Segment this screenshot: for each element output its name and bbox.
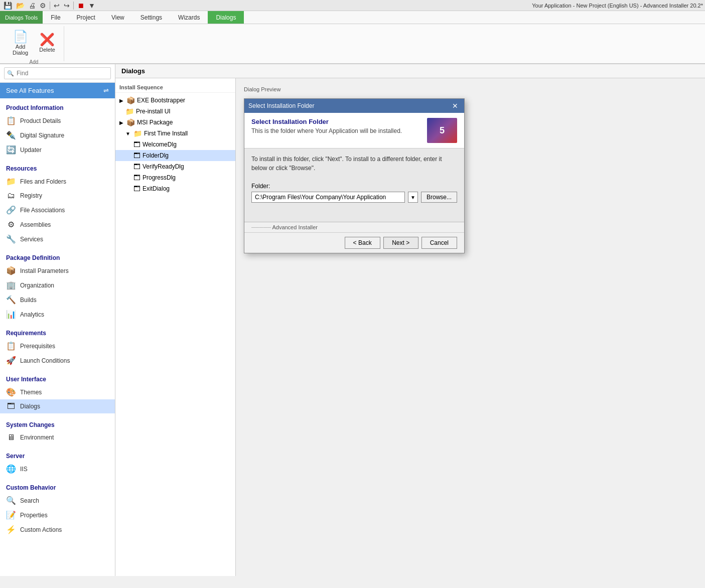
tab-wizards[interactable]: Wizards (170, 11, 208, 24)
nav-label: Registry (20, 192, 42, 199)
tab-dialogs[interactable]: Dialogs (208, 11, 244, 24)
updater-icon: 🔄 (6, 145, 16, 155)
modal-folder-dropdown-btn[interactable]: ▼ (408, 192, 418, 203)
nav-label: Search (20, 497, 39, 504)
modal-dialog: Select Installation Folder ✕ Select Inst… (244, 98, 465, 253)
tree-exit-dialog[interactable]: 🗔 ExitDialog (115, 183, 235, 194)
qa-stop[interactable]: ⏹ (76, 1, 86, 10)
nav-label: Dialogs (20, 403, 40, 410)
nav-builds[interactable]: 🔨 Builds (0, 292, 115, 307)
search-input[interactable] (4, 67, 111, 79)
separator2 (73, 2, 74, 10)
custom-actions-icon: ⚡ (6, 525, 16, 534)
qa-open[interactable]: 📂 (15, 1, 26, 10)
ribbon-tabs: Dialogs Tools File Project View Settings… (0, 11, 705, 24)
tree-toggle-exe[interactable]: ▶ (119, 98, 123, 103)
tree-msi-package[interactable]: ▶ 📦 MSI Package (115, 117, 235, 128)
qa-settings[interactable]: ⚙ (38, 1, 48, 10)
prerequisites-icon: 📋 (6, 341, 16, 351)
tree-verify-ready-dlg[interactable]: 🗔 VerifyReadyDlg (115, 161, 235, 172)
tree-toggle-msi[interactable]: ▶ (119, 120, 123, 125)
nav-iis[interactable]: 🌐 IIS (0, 462, 115, 476)
add-dialog-button[interactable]: 📄 AddDialog (8, 28, 33, 58)
nav-label: Organization (20, 282, 54, 289)
tab-project[interactable]: Project (69, 11, 103, 24)
nav-product-details[interactable]: 📋 Product Details (0, 113, 115, 128)
tree-pre-install-ui[interactable]: 📁 Pre-install UI (115, 106, 235, 117)
nav-file-associations[interactable]: 🔗 File Associations (0, 203, 115, 217)
nav-custom-actions[interactable]: ⚡ Custom Actions (0, 522, 115, 537)
qa-dropdown[interactable]: ▼ (87, 1, 97, 10)
nav-label: File Associations (20, 207, 65, 214)
msi-package-label: MSI Package (137, 119, 173, 126)
environment-icon: 🖥 (6, 433, 16, 442)
analytics-icon: 📊 (6, 310, 16, 319)
modal-close-button[interactable]: ✕ (450, 102, 460, 110)
nav-launch-conditions[interactable]: 🚀 Launch Conditions (0, 353, 115, 368)
quick-access-toolbar: 💾 📂 🖨 ⚙ ↩ ↪ ⏹ ▼ Your Application - New P… (0, 0, 705, 11)
nav-updater[interactable]: 🔄 Updater (0, 142, 115, 157)
organization-icon: 🏢 (6, 280, 16, 290)
tree-progress-dlg[interactable]: 🗔 ProgressDlg (115, 172, 235, 183)
modal-content-text: To install in this folder, click "Next".… (251, 155, 457, 173)
tab-settings[interactable]: Settings (132, 11, 170, 24)
nav-label: Properties (20, 512, 48, 519)
nav-properties[interactable]: 📝 Properties (0, 508, 115, 522)
modal-brand-label: Advanced Installer (272, 224, 318, 230)
nav-label: Prerequisites (20, 343, 55, 350)
nav-section-resources: Resources 📁 Files and Folders 🗂 Registry… (0, 159, 115, 248)
nav-section-ui: User Interface 🎨 Themes 🗔 Dialogs (0, 370, 115, 415)
ribbon-group-items: 📄 AddDialog ❌ Delete (8, 28, 60, 58)
nav-search[interactable]: 🔍 Search (0, 493, 115, 508)
modal-next-button[interactable]: Next > (383, 237, 418, 249)
tree-exe-bootstrapper[interactable]: ▶ 📦 EXE Bootstrapper (115, 95, 235, 106)
nav-organization[interactable]: 🏢 Organization (0, 278, 115, 292)
qa-save[interactable]: 💾 (2, 1, 14, 10)
tree-toggle-fti[interactable]: ▼ (125, 131, 130, 136)
nav-files-folders[interactable]: 📁 Files and Folders (0, 174, 115, 189)
exe-bootstrapper-label: EXE Bootstrapper (137, 97, 185, 104)
nav-themes[interactable]: 🎨 Themes (0, 385, 115, 399)
modal-cancel-button[interactable]: Cancel (421, 237, 457, 249)
sidebar-search-area (0, 64, 115, 83)
see-all-label: See All Features (6, 87, 54, 94)
welcome-dlg-label: WelcomeDlg (143, 141, 177, 148)
see-all-features-button[interactable]: See All Features ⇌ (0, 83, 115, 98)
add-dialog-icon: 📄 (13, 31, 28, 43)
nav-registry[interactable]: 🗂 Registry (0, 189, 115, 203)
modal-folder-label: Folder: (251, 183, 457, 190)
tree-first-time-install[interactable]: ▼ 📁 First Time Install (115, 128, 235, 139)
qa-undo[interactable]: ↩ (52, 1, 61, 10)
nav-services[interactable]: 🔧 Services (0, 232, 115, 246)
modal-back-button[interactable]: < Back (345, 237, 380, 249)
nav-assemblies[interactable]: ⚙ Assemblies (0, 217, 115, 232)
dialog-preview-header: Dialog Preview (244, 86, 697, 92)
iis-icon: 🌐 (6, 464, 16, 474)
modal-browse-button[interactable]: Browse... (421, 192, 457, 203)
modal-logo: 5 (440, 125, 445, 136)
content-area: Dialogs Install Sequence ▶ 📦 EXE Bootstr… (115, 64, 705, 576)
modal-header-title: Select Installation Folder (251, 118, 402, 125)
qa-redo[interactable]: ↪ (62, 1, 71, 10)
nav-dialogs[interactable]: 🗔 Dialogs (0, 399, 115, 413)
qa-print[interactable]: 🖨 (27, 1, 37, 10)
nav-label: Install Parameters (20, 267, 69, 274)
modal-folder-input[interactable] (251, 192, 405, 203)
nav-prerequisites[interactable]: 📋 Prerequisites (0, 339, 115, 353)
nav-analytics[interactable]: 📊 Analytics (0, 307, 115, 322)
nav-environment[interactable]: 🖥 Environment (0, 430, 115, 445)
nav-label: Environment (20, 434, 54, 441)
tree-welcome-dlg[interactable]: 🗔 WelcomeDlg (115, 139, 235, 150)
add-dialog-label: AddDialog (13, 44, 28, 56)
delete-label: Delete (39, 47, 55, 53)
delete-button[interactable]: ❌ Delete (35, 31, 60, 55)
nav-digital-signature[interactable]: ✒️ Digital Signature (0, 128, 115, 142)
tree-folder-dlg[interactable]: 🗔 FolderDlg (115, 150, 235, 161)
exit-dialog-label: ExitDialog (143, 185, 170, 192)
tab-view[interactable]: View (103, 11, 132, 24)
nav-install-parameters[interactable]: 📦 Install Parameters (0, 263, 115, 278)
dialogs-body: Install Sequence ▶ 📦 EXE Bootstrapper 📁 … (115, 78, 705, 576)
tab-file[interactable]: File (43, 11, 68, 24)
nav-section-system: System Changes 🖥 Environment (0, 415, 115, 447)
nav-label: Updater (20, 146, 42, 154)
